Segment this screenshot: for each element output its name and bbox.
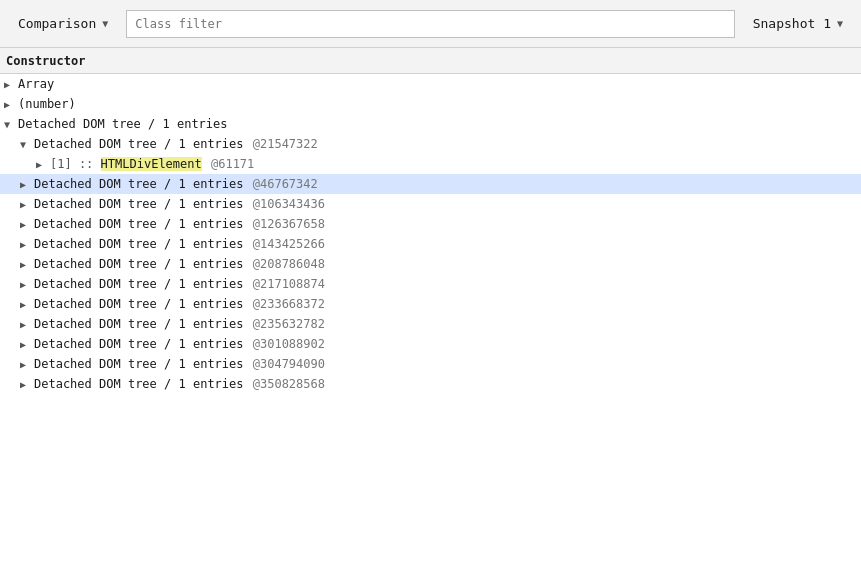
toggle-icon[interactable] (20, 219, 34, 230)
row-label: Detached DOM tree / 1 entries @143425266 (34, 237, 325, 251)
row-label: Detached DOM tree / 1 entries @235632782 (34, 317, 325, 331)
comparison-label: Comparison (18, 16, 96, 31)
snapshot-label: Snapshot 1 (753, 16, 831, 31)
toggle-icon[interactable] (4, 99, 18, 110)
row-label: Detached DOM tree / 1 entries @301088902 (34, 337, 325, 351)
snapshot-dropdown[interactable]: Snapshot 1 ▼ (743, 10, 853, 37)
toggle-icon[interactable] (20, 199, 34, 210)
row-label: Detached DOM tree / 1 entries @126367658 (34, 217, 325, 231)
toggle-icon[interactable] (20, 359, 34, 370)
class-filter-input[interactable] (126, 10, 734, 38)
row-label: Detached DOM tree / 1 entries @21547322 (34, 137, 318, 151)
toggle-icon[interactable] (20, 319, 34, 330)
row-label: Detached DOM tree / 1 entries @208786048 (34, 257, 325, 271)
tree-row[interactable]: Detached DOM tree / 1 entries @301088902 (0, 334, 861, 354)
toggle-icon[interactable] (4, 119, 18, 130)
toggle-icon[interactable] (4, 79, 18, 90)
tree-row[interactable]: Detached DOM tree / 1 entries @46767342 (0, 174, 861, 194)
toggle-icon[interactable] (20, 239, 34, 250)
snapshot-arrow: ▼ (837, 18, 843, 29)
tree-row[interactable]: Detached DOM tree / 1 entries (0, 114, 861, 134)
constructor-column-label: Constructor (6, 54, 85, 68)
row-label: Detached DOM tree / 1 entries @304794090 (34, 357, 325, 371)
tree-row[interactable]: Detached DOM tree / 1 entries @350828568 (0, 374, 861, 394)
tree-row[interactable]: Detached DOM tree / 1 entries @106343436 (0, 194, 861, 214)
row-label: Detached DOM tree / 1 entries @217108874 (34, 277, 325, 291)
row-label: Detached DOM tree / 1 entries @350828568 (34, 377, 325, 391)
tree-row[interactable]: [1] :: HTMLDivElement @61171 (0, 154, 861, 174)
comparison-dropdown[interactable]: Comparison ▼ (8, 10, 118, 37)
tree-row[interactable]: (number) (0, 94, 861, 114)
row-label: Detached DOM tree / 1 entries @233668372 (34, 297, 325, 311)
row-label: Detached DOM tree / 1 entries (18, 117, 228, 131)
column-header: Constructor (0, 48, 861, 74)
toggle-icon[interactable] (20, 379, 34, 390)
tree-row[interactable]: Detached DOM tree / 1 entries @233668372 (0, 294, 861, 314)
row-label: Array (18, 77, 54, 91)
tree-row[interactable]: Detached DOM tree / 1 entries @21547322 (0, 134, 861, 154)
tree-row[interactable]: Detached DOM tree / 1 entries @143425266 (0, 234, 861, 254)
toggle-icon[interactable] (20, 139, 34, 150)
toggle-icon[interactable] (20, 179, 34, 190)
toggle-icon[interactable] (20, 259, 34, 270)
toggle-icon[interactable] (20, 299, 34, 310)
tree-container[interactable]: Array(number)Detached DOM tree / 1 entri… (0, 74, 861, 571)
tree-row[interactable]: Detached DOM tree / 1 entries @235632782 (0, 314, 861, 334)
toggle-icon[interactable] (20, 279, 34, 290)
tree-row[interactable]: Detached DOM tree / 1 entries @217108874 (0, 274, 861, 294)
comparison-arrow: ▼ (102, 18, 108, 29)
toggle-icon[interactable] (36, 159, 50, 170)
row-label: [1] :: HTMLDivElement @61171 (50, 157, 254, 171)
row-label: (number) (18, 97, 76, 111)
row-label: Detached DOM tree / 1 entries @106343436 (34, 197, 325, 211)
tree-row[interactable]: Detached DOM tree / 1 entries @126367658 (0, 214, 861, 234)
row-label: Detached DOM tree / 1 entries @46767342 (34, 177, 318, 191)
tree-row[interactable]: Detached DOM tree / 1 entries @304794090 (0, 354, 861, 374)
toolbar: Comparison ▼ Snapshot 1 ▼ (0, 0, 861, 48)
tree-row[interactable]: Detached DOM tree / 1 entries @208786048 (0, 254, 861, 274)
tree-row[interactable]: Array (0, 74, 861, 94)
toggle-icon[interactable] (20, 339, 34, 350)
